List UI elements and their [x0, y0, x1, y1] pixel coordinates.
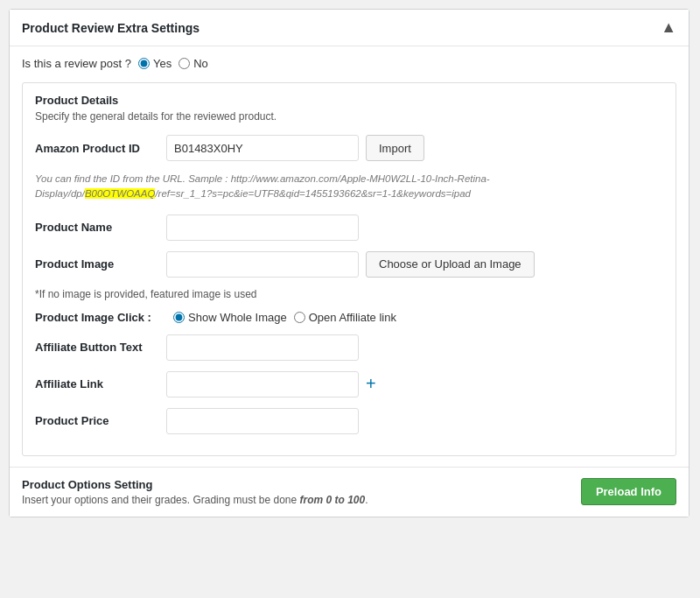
- amazon-id-label: Amazon Product ID: [35, 142, 166, 155]
- affiliate-btn-text-label: Affiliate Button Text: [35, 341, 166, 354]
- bottom-subtitle-bold: from 0 to 100: [300, 494, 366, 506]
- section-title: Product Details: [35, 94, 663, 107]
- product-name-label: Product Name: [35, 221, 166, 234]
- open-affiliate-label[interactable]: Open Affiliate link: [294, 311, 396, 324]
- panel-bottom: Product Options Setting Insert your opti…: [10, 467, 689, 517]
- image-note: *If no image is provided, featured image…: [35, 288, 663, 300]
- product-details-section: Product Details Specify the general deta…: [22, 82, 676, 456]
- no-radio[interactable]: [178, 58, 190, 69]
- open-affiliate-text: Open Affiliate link: [309, 311, 396, 324]
- url-hint-part2: /ref=sr_1_1?s=pc&ie=UTF8&qid=1455193662&…: [155, 188, 471, 199]
- panel-body: Is this a review post ? Yes No Product D…: [10, 46, 689, 467]
- affiliate-btn-text-input[interactable]: [166, 334, 359, 361]
- product-price-label: Product Price: [35, 414, 166, 427]
- no-radio-text: No: [193, 57, 208, 70]
- yes-radio-text: Yes: [153, 57, 172, 70]
- show-whole-image-text: Show Whole Image: [188, 311, 287, 324]
- product-price-row: Product Price: [35, 408, 663, 434]
- bottom-subtitle-suffix: .: [365, 494, 368, 506]
- show-whole-image-label[interactable]: Show Whole Image: [173, 311, 287, 324]
- affiliate-link-row: Affiliate Link +: [35, 371, 663, 397]
- amazon-id-row: Amazon Product ID Import: [35, 135, 663, 161]
- add-affiliate-link-button[interactable]: +: [366, 374, 376, 394]
- bottom-section-subtitle: Insert your options and their grades. Gr…: [22, 494, 368, 506]
- preload-info-button[interactable]: Preload Info: [581, 478, 676, 505]
- no-radio-label[interactable]: No: [178, 57, 208, 70]
- bottom-section-title: Product Options Setting: [22, 478, 368, 491]
- yes-radio-label[interactable]: Yes: [138, 57, 172, 70]
- show-whole-image-radio[interactable]: [173, 312, 185, 323]
- panel-header: Product Review Extra Settings ▲: [10, 10, 689, 46]
- affiliate-btn-text-row: Affiliate Button Text: [35, 334, 663, 361]
- choose-upload-button[interactable]: Choose or Upload an Image: [366, 251, 535, 278]
- url-highlight: B00OTWOAAQ: [85, 188, 156, 199]
- section-subtitle: Specify the general details for the revi…: [35, 110, 663, 123]
- yes-radio[interactable]: [138, 58, 150, 69]
- panel-title: Product Review Extra Settings: [22, 21, 200, 35]
- product-image-label: Product Image: [35, 257, 166, 271]
- open-affiliate-radio[interactable]: [294, 312, 305, 323]
- product-name-input[interactable]: [166, 215, 359, 241]
- product-review-panel: Product Review Extra Settings ▲ Is this …: [9, 9, 690, 517]
- product-image-input[interactable]: [166, 251, 359, 278]
- affiliate-link-input[interactable]: [166, 371, 359, 397]
- panel-collapse-icon[interactable]: ▲: [661, 18, 676, 37]
- affiliate-link-label: Affiliate Link: [35, 377, 166, 390]
- image-click-label: Product Image Click :: [35, 311, 166, 324]
- image-click-row: Product Image Click : Show Whole Image O…: [35, 311, 663, 324]
- affiliate-link-input-group: +: [166, 371, 376, 397]
- import-button[interactable]: Import: [366, 135, 424, 161]
- review-question-label: Is this a review post ?: [22, 57, 131, 70]
- bottom-subtitle-prefix: Insert your options and their grades. Gr…: [22, 494, 300, 506]
- amazon-id-input[interactable]: [166, 135, 359, 161]
- url-hint: You can find the ID from the URL. Sample…: [35, 172, 663, 202]
- review-question-row: Is this a review post ? Yes No: [22, 57, 676, 70]
- product-price-input[interactable]: [166, 408, 359, 434]
- product-name-row: Product Name: [35, 215, 663, 241]
- bottom-info: Product Options Setting Insert your opti…: [22, 478, 368, 506]
- product-image-row: Product Image Choose or Upload an Image: [35, 251, 663, 278]
